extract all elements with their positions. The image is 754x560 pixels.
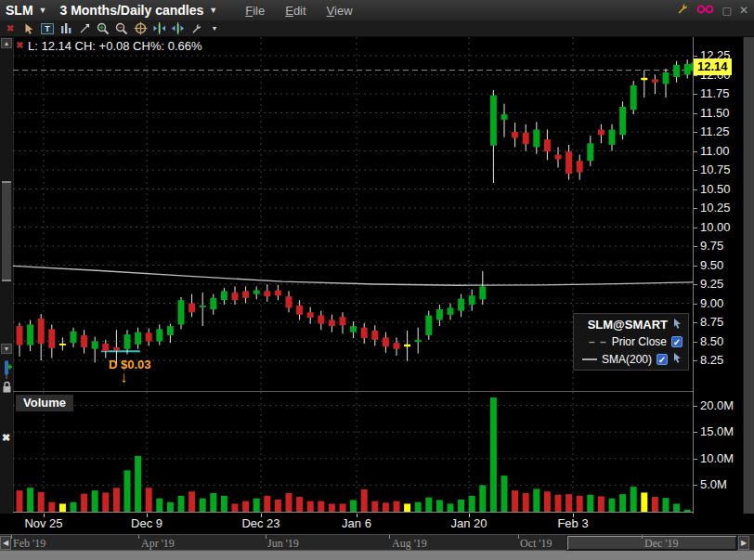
candle[interactable] xyxy=(619,107,626,135)
candle[interactable] xyxy=(254,291,260,294)
volume-bar[interactable] xyxy=(619,494,626,512)
candle[interactable] xyxy=(102,344,109,351)
volume-bar[interactable] xyxy=(425,498,432,512)
volume-bar[interactable] xyxy=(469,496,475,512)
period-selector[interactable]: 3 Months/Daily candles xyxy=(59,3,203,18)
series-delete-icon[interactable]: ✖ xyxy=(16,40,23,50)
candle[interactable] xyxy=(394,343,400,349)
menu-view[interactable]: View xyxy=(327,4,353,18)
volume-bar[interactable] xyxy=(135,456,141,512)
legend-symbol-label[interactable]: SLM@SMART xyxy=(588,318,668,332)
chart-params-tool-icon[interactable] xyxy=(58,21,73,35)
candle[interactable] xyxy=(113,347,120,350)
candle[interactable] xyxy=(124,334,131,349)
volume-bar[interactable] xyxy=(167,502,174,512)
more-tools-dropdown-icon[interactable]: ▼ xyxy=(207,21,222,35)
candle[interactable] xyxy=(135,332,141,345)
candle[interactable] xyxy=(501,114,508,120)
symbol-selector[interactable]: SLM xyxy=(6,3,33,18)
candle[interactable] xyxy=(340,317,346,325)
volume-bar[interactable] xyxy=(178,496,185,512)
volume-bar[interactable] xyxy=(307,501,314,512)
volume-bar[interactable] xyxy=(318,501,324,512)
candle[interactable] xyxy=(17,326,23,345)
lock-icon[interactable] xyxy=(2,381,12,397)
timeline-left-arrow[interactable]: ◀ xyxy=(0,536,11,550)
volume-bar[interactable] xyxy=(92,490,98,512)
candle[interactable] xyxy=(264,291,270,296)
volume-pane-label[interactable]: Volume xyxy=(16,395,73,411)
candle[interactable] xyxy=(286,296,292,307)
candle[interactable] xyxy=(48,329,55,348)
candle[interactable] xyxy=(436,309,443,319)
volume-bar[interactable] xyxy=(254,499,260,512)
volume-pane-close-icon[interactable]: ✖ xyxy=(2,432,10,444)
candle[interactable] xyxy=(156,329,162,341)
candle[interactable] xyxy=(81,335,87,347)
volume-bar[interactable] xyxy=(102,492,109,512)
volume-bar[interactable] xyxy=(371,501,378,512)
vertical-scrollbar-thumb[interactable] xyxy=(2,181,11,281)
crosshair-tool-icon[interactable] xyxy=(133,21,148,35)
volume-bar[interactable] xyxy=(146,488,152,512)
symbol-caret-icon[interactable]: ▼ xyxy=(39,6,47,15)
volume-bar[interactable] xyxy=(598,496,604,512)
candle[interactable] xyxy=(188,304,195,313)
drag-hand-icon[interactable] xyxy=(672,352,682,366)
volume-bar[interactable] xyxy=(361,489,368,512)
volume-bar[interactable] xyxy=(48,502,55,512)
volume-bar[interactable] xyxy=(415,502,422,512)
compress-candles-tool-icon[interactable] xyxy=(151,21,166,35)
candle[interactable] xyxy=(512,132,518,138)
volume-bar[interactable] xyxy=(296,497,303,512)
period-caret-icon[interactable]: ▼ xyxy=(209,6,217,15)
volume-bar[interactable] xyxy=(490,397,497,512)
candle[interactable] xyxy=(242,291,249,297)
candle[interactable] xyxy=(479,286,486,299)
candle[interactable] xyxy=(59,344,66,345)
candle[interactable] xyxy=(425,316,432,335)
volume-bar[interactable] xyxy=(329,503,335,512)
candle[interactable] xyxy=(38,319,45,344)
volume-bar[interactable] xyxy=(512,490,518,512)
candle[interactable] xyxy=(275,291,281,296)
volume-bar[interactable] xyxy=(652,497,658,512)
volume-bar[interactable] xyxy=(221,496,228,512)
trendline-tool-icon[interactable] xyxy=(77,21,92,35)
candle[interactable] xyxy=(469,295,475,305)
volume-bar[interactable] xyxy=(436,500,443,512)
volume-bar[interactable] xyxy=(448,503,454,512)
volume-bar[interactable] xyxy=(340,503,346,512)
candle[interactable] xyxy=(652,79,658,82)
candle[interactable] xyxy=(598,130,604,136)
volume-bar[interactable] xyxy=(641,492,647,512)
volume-bar[interactable] xyxy=(232,503,239,512)
sma-checkbox[interactable]: ✓ xyxy=(656,354,668,365)
volume-bar[interactable] xyxy=(544,491,551,512)
volume-bar[interactable] xyxy=(81,494,87,512)
candle[interactable] xyxy=(490,96,497,146)
candle[interactable] xyxy=(361,328,368,338)
menu-edit[interactable]: Edit xyxy=(285,4,306,18)
volume-bar[interactable] xyxy=(609,499,616,512)
volume-bar[interactable] xyxy=(566,494,572,512)
volume-bar[interactable] xyxy=(210,493,216,512)
timeline-right-arrow[interactable]: ▶ xyxy=(738,536,749,550)
volume-bar[interactable] xyxy=(38,492,45,512)
candle[interactable] xyxy=(577,161,583,172)
volume-bar[interactable] xyxy=(523,493,529,512)
volume-bar[interactable] xyxy=(200,499,206,512)
zoom-in-tool-icon[interactable] xyxy=(96,21,110,35)
candle[interactable] xyxy=(555,155,562,160)
candle[interactable] xyxy=(27,324,33,345)
scroll-up-button[interactable]: ▲ xyxy=(1,38,12,48)
volume-bar[interactable] xyxy=(27,488,33,512)
link-glasses-icon[interactable] xyxy=(696,2,715,19)
volume-bar[interactable] xyxy=(479,485,486,512)
volume-bar[interactable] xyxy=(156,499,162,512)
candle[interactable] xyxy=(533,130,540,148)
candle[interactable] xyxy=(383,337,389,346)
hand-tool-icon[interactable] xyxy=(21,21,36,35)
volume-bar[interactable] xyxy=(71,502,77,512)
candle[interactable] xyxy=(630,85,637,110)
